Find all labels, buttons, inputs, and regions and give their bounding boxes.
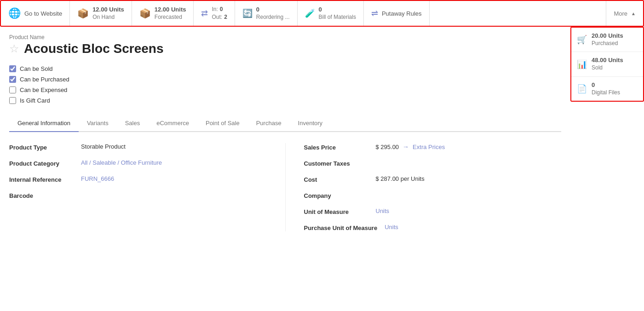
go-to-website-button[interactable]: 🌐 Go to Website <box>1 1 70 26</box>
unit-of-measure-value[interactable]: Units <box>376 207 390 214</box>
bom-num: 0 <box>319 6 356 14</box>
forecasted-num: 12.00 Units <box>155 6 186 14</box>
in-out-button[interactable]: ⇄ In:0 Out:2 <box>194 1 235 26</box>
can-be-purchased-label: Can be Purchased <box>20 76 69 83</box>
tab-purchase[interactable]: Purchase <box>248 115 290 132</box>
bom-button[interactable]: 🧪 0 Bill of Materials <box>298 1 364 26</box>
reordering-num: 0 <box>256 6 290 14</box>
reordering-button[interactable]: 🔄 0 Reordering ... <box>235 1 298 26</box>
sales-price-row: Sales Price $ 295.00 → Extra Prices <box>304 143 562 151</box>
cost-label: Cost <box>304 175 368 183</box>
product-type-label: Product Type <box>9 143 74 151</box>
form-right: Sales Price $ 295.00 → Extra Prices Cust… <box>304 143 562 231</box>
product-category-value[interactable]: All / Saleable / Office Furniture <box>81 159 162 166</box>
barcode-row: Barcode <box>9 191 267 199</box>
is-gift-card-label: Is Gift Card <box>20 97 50 104</box>
can-be-sold-label: Can be Sold <box>20 65 53 72</box>
more-button[interactable]: More ▲ <box>606 1 643 26</box>
tab-variants[interactable]: Variants <box>79 115 117 132</box>
can-be-purchased-checkbox[interactable] <box>9 76 16 83</box>
barcode-label: Barcode <box>9 191 74 199</box>
shuffle-icon: ⇌ <box>371 8 378 18</box>
sales-price-value: $ 295.00 <box>376 144 399 150</box>
customer-taxes-label: Customer Taxes <box>304 159 368 167</box>
product-title: Acoustic Bloc Screens <box>24 41 163 56</box>
chevron-down-icon: ▲ <box>631 11 636 16</box>
in-label: In: <box>212 6 218 13</box>
product-type-value[interactable]: Storable Product <box>81 143 126 150</box>
digital-files-button[interactable]: 📄 0 Digital Files <box>571 77 643 101</box>
is-gift-card-item[interactable]: Is Gift Card <box>9 97 561 104</box>
purchased-label: Purchased <box>592 40 623 47</box>
top-action-bar: 🌐 Go to Website 📦 12.00 Units On Hand 📦 … <box>0 0 644 27</box>
units-purchased-button[interactable]: 🛒 20.00 Units Purchased <box>571 28 643 52</box>
digital-files-num: 0 <box>592 81 620 89</box>
digital-files-label: Digital Files <box>592 89 620 97</box>
out-label: Out: <box>212 13 222 21</box>
product-category-label: Product Category <box>9 159 74 167</box>
tab-general-information[interactable]: General Information <box>9 115 79 132</box>
box2-icon: 📦 <box>139 8 151 19</box>
cost-row: Cost $ 287.00 per Units <box>304 175 562 183</box>
sold-num: 48.00 Units <box>592 57 623 64</box>
arrows-icon: ⇄ <box>201 8 208 18</box>
purchase-uom-row: Purchase Unit of Measure Units <box>304 224 562 231</box>
can-be-sold-checkbox[interactable] <box>9 65 16 72</box>
putaway-label: Putaway Rules <box>382 10 422 17</box>
go-to-website-label: Go to Website <box>24 10 62 17</box>
can-be-expensed-checkbox[interactable] <box>9 86 16 93</box>
internal-reference-row: Internal Reference FURN_6666 <box>9 175 267 183</box>
is-gift-card-checkbox[interactable] <box>9 97 16 104</box>
file-icon: 📄 <box>577 84 587 94</box>
reordering-label: Reordering ... <box>256 14 290 21</box>
sold-label: Sold <box>592 64 623 72</box>
tab-sales[interactable]: Sales <box>117 115 149 132</box>
sales-price-label: Sales Price <box>304 143 368 151</box>
can-be-purchased-item[interactable]: Can be Purchased <box>9 76 561 83</box>
in-value: 0 <box>220 6 223 13</box>
can-be-expensed-label: Can be Expensed <box>20 86 67 93</box>
tab-point-of-sale[interactable]: Point of Sale <box>197 115 248 132</box>
tab-inventory[interactable]: Inventory <box>290 115 331 132</box>
globe-icon: 🌐 <box>8 7 21 19</box>
box-icon: 📦 <box>77 8 89 19</box>
putaway-button[interactable]: ⇌ Putaway Rules <box>364 1 430 26</box>
purchase-uom-value[interactable]: Units <box>385 224 398 230</box>
can-be-sold-item[interactable]: Can be Sold <box>9 65 561 72</box>
chart-icon: 📊 <box>577 59 587 69</box>
cart-icon: 🛒 <box>577 35 587 45</box>
tabs-bar: General Information Variants Sales eComm… <box>9 115 561 132</box>
units-forecasted-button[interactable]: 📦 12.00 Units Forecasted <box>132 1 194 26</box>
company-label: Company <box>304 191 368 199</box>
internal-reference-value[interactable]: FURN_6666 <box>81 175 114 182</box>
customer-taxes-row: Customer Taxes <box>304 159 562 167</box>
form-divider <box>285 143 286 231</box>
purchase-uom-label: Purchase Unit of Measure <box>304 224 378 231</box>
internal-reference-label: Internal Reference <box>9 175 74 183</box>
cost-value: $ 287.00 per Units <box>376 175 425 182</box>
product-category-row: Product Category All / Saleable / Office… <box>9 159 267 167</box>
tab-ecommerce[interactable]: eCommerce <box>148 115 197 132</box>
company-row: Company <box>304 191 562 199</box>
forecasted-label: Forecasted <box>155 14 186 21</box>
form-body: Product Type Storable Product Product Ca… <box>9 143 561 231</box>
can-be-expensed-item[interactable]: Can be Expensed <box>9 86 561 93</box>
flask-icon: 🧪 <box>305 8 315 18</box>
units-sold-button[interactable]: 📊 48.00 Units Sold <box>571 52 643 76</box>
unit-of-measure-label: Unit of Measure <box>304 207 368 215</box>
sales-price-value-row: $ 295.00 → Extra Prices <box>376 143 445 150</box>
extra-prices-link[interactable]: Extra Prices <box>413 144 445 150</box>
favorite-star-icon[interactable]: ☆ <box>9 42 19 55</box>
form-left: Product Type Storable Product Product Ca… <box>9 143 267 231</box>
refresh-icon: 🔄 <box>242 8 253 18</box>
more-label: More <box>614 10 627 17</box>
right-sidebar: 🛒 20.00 Units Purchased 📊 48.00 Units So… <box>570 27 644 102</box>
main-content: Product Name ☆ Acoustic Bloc Screens Can… <box>0 27 644 239</box>
units-on-hand-button[interactable]: 📦 12.00 Units On Hand <box>70 1 132 26</box>
checkbox-list: Can be Sold Can be Purchased Can be Expe… <box>9 65 561 104</box>
product-name-label: Product Name <box>9 34 561 40</box>
unit-of-measure-row: Unit of Measure Units <box>304 207 562 215</box>
product-type-row: Product Type Storable Product <box>9 143 267 151</box>
arrow-right-icon: → <box>402 143 409 150</box>
on-hand-label: On Hand <box>92 14 124 21</box>
